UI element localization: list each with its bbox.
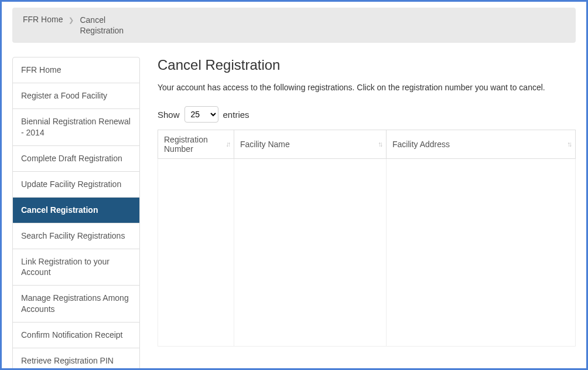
- length-suffix: entries: [223, 110, 249, 120]
- cell-facility-address: [387, 159, 576, 347]
- sort-icon: ↑↓: [567, 140, 570, 148]
- sidebar-item-register[interactable]: Register a Food Facility: [13, 83, 139, 109]
- entries-length-control: Show 10 25 50 100 entries: [158, 106, 576, 123]
- sort-icon: ↓↑: [225, 140, 229, 148]
- breadcrumb-home-link[interactable]: FFR Home: [23, 15, 63, 24]
- sidebar-item-search-registrations[interactable]: Search Facility Registrations: [13, 223, 139, 249]
- cell-facility-name: [234, 159, 387, 347]
- sidebar-item-confirm-notification[interactable]: Confirm Notification Receipt: [13, 323, 139, 348]
- col-header-label: Facility Address: [392, 140, 450, 149]
- breadcrumb-current: Cancel Registration: [80, 15, 132, 36]
- table-row: [158, 159, 576, 347]
- sidebar-nav: FFR Home Register a Food Facility Bienni…: [12, 57, 140, 370]
- sort-icon: ↑↓: [378, 140, 381, 148]
- cell-registration-number[interactable]: [158, 159, 234, 347]
- sidebar-item-update-registration[interactable]: Update Facility Registration: [13, 172, 139, 198]
- entries-select[interactable]: 10 25 50 100: [184, 106, 218, 123]
- col-header-label: Facility Name: [240, 140, 290, 149]
- intro-text: Your account has access to the following…: [158, 83, 576, 92]
- sidebar-item-cancel-registration[interactable]: Cancel Registration: [13, 198, 139, 223]
- sidebar-item-ffr-home[interactable]: FFR Home: [13, 57, 139, 83]
- page-title: Cancel Registration: [158, 57, 576, 73]
- sidebar-item-manage-registrations[interactable]: Manage Registrations Among Accounts: [13, 286, 139, 323]
- sidebar-item-link-registration[interactable]: Link Registration to your Account: [13, 249, 139, 286]
- breadcrumb: FFR Home ❯ Cancel Registration: [12, 8, 576, 43]
- registrations-table: Registration Number ↓↑ Facility Name ↑↓ …: [158, 130, 576, 347]
- chevron-right-icon: ❯: [69, 15, 74, 24]
- sidebar-item-biennial-renewal[interactable]: Biennial Registration Renewal - 2014: [13, 109, 139, 146]
- col-header-registration-number[interactable]: Registration Number ↓↑: [158, 130, 234, 159]
- col-header-facility-address[interactable]: Facility Address ↑↓: [387, 130, 576, 159]
- sidebar-item-retrieve-pin[interactable]: Retrieve Registration PIN: [13, 348, 139, 370]
- sidebar-item-complete-draft[interactable]: Complete Draft Registration: [13, 146, 139, 172]
- col-header-facility-name[interactable]: Facility Name ↑↓: [234, 130, 387, 159]
- main-content: Cancel Registration Your account has acc…: [158, 57, 576, 370]
- col-header-label: Registration Number: [164, 135, 208, 154]
- length-prefix: Show: [158, 110, 180, 120]
